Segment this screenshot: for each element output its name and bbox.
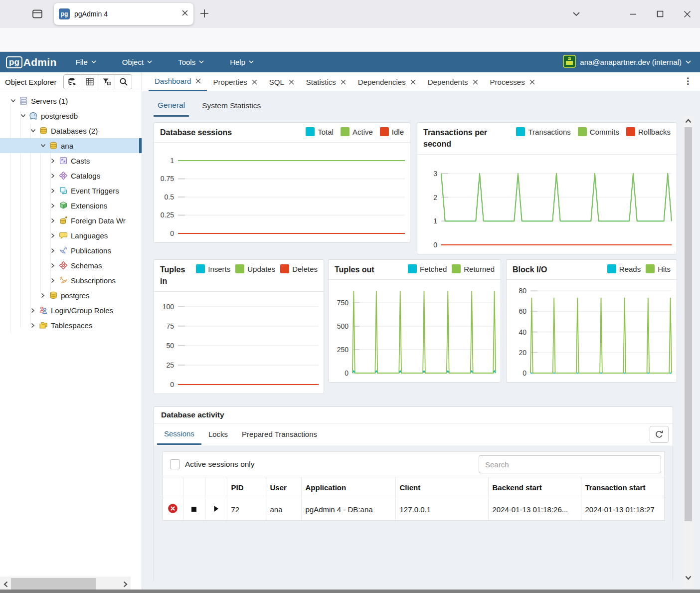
tab-options-kebab-icon[interactable]: ⋮ (684, 76, 692, 86)
search-input[interactable] (479, 455, 661, 473)
close-icon[interactable] (252, 79, 257, 85)
column-icon[interactable] (163, 477, 183, 498)
column-client[interactable]: Client (395, 477, 488, 498)
expand-session-icon[interactable] (205, 498, 227, 521)
user-menu[interactable]: ana@anapartner.dev (internal) (563, 55, 691, 69)
expand-chevron-icon[interactable] (48, 233, 58, 238)
menu-file[interactable]: File (76, 58, 96, 66)
scroll-right-icon[interactable] (120, 581, 131, 588)
tab-close-icon[interactable] (181, 9, 188, 18)
browser-tab[interactable]: pg pgAdmin 4 (54, 3, 193, 25)
legend-hits: Hits (646, 264, 671, 273)
tab-processes[interactable]: Processes (484, 72, 541, 91)
expand-chevron-icon[interactable] (28, 308, 38, 313)
refresh-icon (654, 429, 664, 439)
tree-item-extensions[interactable]: Extensions (0, 198, 142, 213)
menu-help[interactable]: Help (230, 58, 254, 66)
column-pid[interactable]: PID (227, 477, 266, 498)
column-icon[interactable] (183, 477, 205, 498)
expand-chevron-icon[interactable] (48, 278, 58, 283)
main-tab-bar: DashboardPropertiesSQLStatisticsDependen… (149, 72, 541, 91)
scroll-down-icon[interactable] (684, 573, 693, 582)
expand-chevron-icon[interactable] (48, 158, 58, 164)
pgadmin-logo[interactable]: pg Admin (6, 56, 57, 68)
collapse-chevron-icon[interactable] (38, 144, 48, 148)
tab-list-chevron-icon[interactable] (568, 7, 584, 21)
refresh-button[interactable] (650, 426, 669, 443)
database-activity-card: Database activity SessionsLocksPrepared … (154, 406, 673, 581)
tree-item-foreign-data-wr[interactable]: Foreign Data Wr (0, 213, 142, 228)
filter-button[interactable] (98, 75, 115, 89)
column-transaction-start[interactable]: Transaction start (581, 477, 665, 498)
expand-chevron-icon[interactable] (48, 218, 58, 223)
tab-dependencies[interactable]: Dependencies (352, 72, 422, 91)
collapse-chevron-icon[interactable] (8, 99, 18, 103)
expand-chevron-icon[interactable] (48, 263, 58, 268)
view-data-grid-button[interactable] (81, 75, 98, 89)
expand-chevron-icon[interactable] (48, 203, 58, 208)
tree-item-publications[interactable]: Publications (0, 243, 142, 258)
expand-chevron-icon[interactable] (48, 188, 58, 194)
maximize-button[interactable] (652, 7, 668, 21)
tab-statistics[interactable]: Statistics (300, 72, 352, 91)
collapse-chevron-icon[interactable] (28, 129, 38, 133)
column-icon[interactable] (205, 477, 227, 498)
tab-properties[interactable]: Properties (207, 72, 263, 91)
close-icon[interactable] (529, 79, 535, 85)
tree-item-catalogs[interactable]: Catalogs (0, 168, 142, 183)
scrollbar-thumb[interactable] (685, 127, 692, 521)
menu-tools[interactable]: Tools (178, 58, 204, 66)
column-backend-start[interactable]: Backend start (488, 477, 581, 498)
new-tab-button[interactable] (198, 7, 210, 21)
minimize-button[interactable] (625, 7, 641, 21)
close-button[interactable] (679, 7, 695, 21)
tree-item-subscriptions[interactable]: Subscriptions (0, 273, 142, 288)
tree-item-postgres[interactable]: postgres (0, 288, 142, 303)
scrollbar-thumb[interactable] (11, 578, 96, 590)
close-icon[interactable] (410, 79, 416, 85)
close-icon[interactable] (341, 79, 346, 85)
tree-item-login-group-roles[interactable]: Login/Group Roles (0, 303, 142, 318)
close-icon[interactable] (195, 78, 201, 84)
activity-tab-sessions[interactable]: Sessions (157, 423, 201, 445)
tree-item-event-triggers[interactable]: Event Triggers (0, 183, 142, 198)
tree-item-languages[interactable]: Languages (0, 228, 142, 243)
column-user[interactable]: User (266, 477, 301, 498)
expand-chevron-icon[interactable] (48, 173, 58, 179)
activity-tab-locks[interactable]: Locks (201, 423, 235, 445)
tree-item-databases-2[interactable]: Databases (2) (0, 123, 142, 138)
menu-object[interactable]: Object (122, 58, 152, 66)
tree-item-ana[interactable]: ana (0, 138, 142, 153)
legend-returned: Returned (452, 264, 495, 273)
collapse-chevron-icon[interactable] (18, 114, 28, 118)
scroll-up-icon[interactable] (684, 116, 693, 125)
active-sessions-checkbox[interactable] (170, 459, 180, 469)
svg-text:100: 100 (163, 303, 175, 311)
tab-sql[interactable]: SQL (263, 72, 300, 91)
subtab-general[interactable]: General (154, 95, 189, 117)
tree-item-casts[interactable]: Casts (0, 153, 142, 168)
tree-item-schemas[interactable]: Schemas (0, 258, 142, 273)
scroll-left-icon[interactable] (0, 581, 11, 588)
dashboard-vertical-scrollbar[interactable] (684, 116, 693, 589)
subtab-system-statistics[interactable]: System Statistics (198, 95, 265, 117)
tab-label: Dependents (428, 78, 468, 86)
search-button[interactable] (115, 75, 132, 89)
tree-item-postgresdb[interactable]: postgresdb (0, 108, 142, 123)
stop-session-icon[interactable] (183, 498, 205, 521)
connect-database-button[interactable] (64, 75, 81, 89)
tree-item-tablespaces[interactable]: Tablespaces (0, 318, 142, 333)
bottom-scrollbar[interactable] (0, 590, 700, 593)
tab-dashboard[interactable]: Dashboard (149, 72, 207, 91)
cancel-session-icon[interactable] (163, 498, 183, 521)
expand-chevron-icon[interactable] (28, 323, 38, 328)
activity-tab-prepared-transactions[interactable]: Prepared Transactions (235, 423, 324, 445)
close-icon[interactable] (289, 79, 294, 85)
firefox-view-icon[interactable] (30, 6, 45, 21)
expand-chevron-icon[interactable] (48, 248, 58, 253)
expand-chevron-icon[interactable] (38, 293, 48, 298)
tree-item-servers-1[interactable]: Servers (1) (0, 93, 142, 108)
column-application[interactable]: Application (301, 477, 395, 498)
close-icon[interactable] (473, 79, 478, 85)
tab-dependents[interactable]: Dependents (422, 72, 484, 91)
